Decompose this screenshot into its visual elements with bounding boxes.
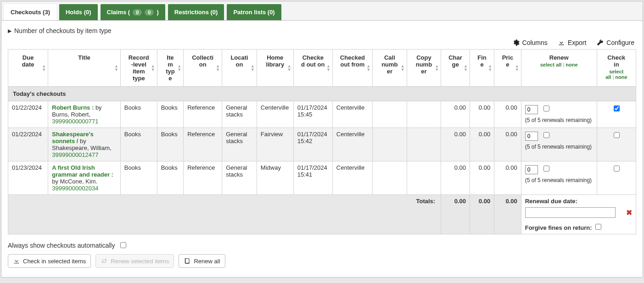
cell-item-type: Books [157, 161, 183, 195]
tab-label: Patron lists (0) [233, 9, 274, 16]
sort-icon: ▲▼ [151, 64, 155, 72]
cell-call-number [373, 161, 407, 195]
col-call-number[interactable]: Call number▲▼ [373, 50, 407, 87]
barcode-link[interactable]: 39999000002034 [52, 185, 98, 192]
title-link[interactable]: Shakespeare's sonnets / [52, 131, 94, 144]
accordion-item-type-counts[interactable]: ▶ Number of checkouts by item type [1, 25, 643, 39]
renew-select-all[interactable]: select all [540, 62, 561, 67]
col-charge[interactable]: Charge▲▼ [441, 50, 470, 87]
forgive-fines-label: Forgive fines on return: [525, 224, 592, 231]
renew-remaining: (5 of 5 renewals remaining) [525, 144, 593, 150]
check-in-selected-button[interactable]: Check in selected items [8, 254, 91, 268]
cell-copy-number [407, 128, 441, 161]
renew-checkbox[interactable] [543, 132, 549, 138]
always-show-checkbox[interactable] [120, 242, 126, 248]
byline: by McCone, Kim. [52, 178, 97, 185]
renew-count-input[interactable] [525, 105, 538, 114]
configure-button[interactable]: Configure [596, 39, 634, 46]
gear-icon [512, 39, 520, 46]
sort-icon: ▲▼ [488, 64, 492, 72]
col-copy-number[interactable]: Copy number▲▼ [407, 50, 441, 87]
renew-select-none[interactable]: none [566, 62, 577, 67]
sort-icon: ▲▼ [287, 64, 291, 72]
renew-count-input[interactable] [525, 165, 538, 174]
configure-label: Configure [606, 39, 634, 46]
barcode-link[interactable]: 39999000000771 [52, 118, 98, 125]
checkouts-panel: ▶ Number of checkouts by item type Colum… [1, 20, 643, 277]
export-button[interactable]: Export [558, 39, 586, 46]
cell-checked-out-from: Centerville [332, 128, 372, 161]
cell-home-library: Midway [257, 161, 293, 195]
tab-checkouts[interactable]: Checkouts (3) [4, 4, 56, 20]
col-record-level-item-type[interactable]: Record-level item type▲▼ [120, 50, 157, 87]
retweet-icon [101, 257, 108, 265]
col-title[interactable]: Title▲▼ [48, 50, 121, 87]
tab-restrictions[interactable]: Restrictions (0) [168, 4, 224, 20]
title-link[interactable]: Robert Burns : [52, 104, 94, 111]
cell-renew: (5 of 5 renewals remaining) [521, 161, 597, 195]
cell-fine: 0.00 [470, 101, 494, 128]
cell-home-library: Fairview [257, 128, 293, 161]
cell-home-library: Centerville [257, 101, 293, 128]
export-label: Export [568, 39, 586, 46]
cell-renew: (5 of 5 renewals remaining) [521, 128, 597, 161]
tab-label: Restrictions (0) [174, 9, 218, 16]
tab-claims[interactable]: Claims ( 0 0 ) [101, 4, 165, 20]
cell-checked-out-on: 01/17/2024 15:45 [293, 101, 332, 128]
cell-due-date: 01/22/2024 [8, 128, 48, 161]
cell-title: Shakespeare's sonnets / by Shakespeare, … [48, 128, 121, 161]
renew-remaining: (5 of 5 renewals remaining) [525, 117, 593, 123]
title-link[interactable]: A first Old Irish grammar and reader : [52, 164, 113, 178]
checkin-select-none[interactable]: none [615, 74, 627, 80]
cell-check-in [597, 161, 636, 195]
cell-checked-out-on: 01/17/2024 15:42 [293, 128, 332, 161]
forgive-fines-checkbox[interactable] [595, 224, 601, 230]
sort-icon: ▲▼ [464, 64, 468, 72]
barcode-link[interactable]: 39999000012477 [52, 151, 98, 158]
checkin-checkbox[interactable] [614, 105, 620, 111]
cell-checked-out-from: Centerville [332, 161, 372, 195]
clear-date-icon[interactable]: ✖ [626, 208, 632, 217]
col-location[interactable]: Location▲▼ [222, 50, 257, 87]
renewal-due-date-input[interactable] [525, 207, 616, 218]
checkin-checkbox[interactable] [614, 132, 620, 138]
col-checked-out-from[interactable]: Checked out from▲▼ [332, 50, 372, 87]
renew-selected-button[interactable]: Renew selected items [95, 254, 174, 268]
col-checked-out-on[interactable]: Checked out on▲▼ [293, 50, 332, 87]
claims-pill-2: 0 [145, 9, 154, 16]
col-due-date[interactable]: Due date▲▼ [8, 50, 48, 87]
tab-label-part: Claims ( [107, 9, 130, 16]
cell-item-type: Books [157, 128, 183, 161]
book-icon [184, 257, 191, 265]
renewal-box-cell: Renewal due date: 📅 ✖ Forgive fines on r… [521, 195, 636, 234]
checkin-checkbox[interactable] [614, 166, 620, 172]
tab-holds[interactable]: Holds (0) [59, 4, 98, 20]
cell-title: A first Old Irish grammar and reader : b… [48, 161, 121, 195]
group-header-row: Today's checkouts [8, 87, 636, 101]
renew-checkbox[interactable] [543, 105, 549, 111]
tab-label: Holds (0) [66, 9, 91, 16]
col-item-type[interactable]: Item type▲▼ [157, 50, 183, 87]
col-label: Price [502, 54, 514, 68]
cell-record-level-item-type: Books [120, 161, 157, 195]
col-collection[interactable]: Collection▲▼ [184, 50, 222, 87]
checkouts-table: Due date▲▼ Title▲▼ Record-level item typ… [8, 49, 636, 234]
renew-all-button[interactable]: Renew all [179, 254, 225, 268]
sort-icon: ▲▼ [42, 64, 46, 72]
col-price[interactable]: Price▲▼ [494, 50, 521, 87]
download-icon [558, 39, 565, 46]
cell-charge: 0.00 [441, 128, 470, 161]
renew-count-input[interactable] [525, 132, 538, 141]
totals-price: 0.00 [494, 195, 521, 234]
cell-collection: Reference [184, 161, 222, 195]
col-label: Collection [192, 54, 213, 68]
col-label: Renew [549, 54, 569, 61]
col-fine[interactable]: Fine▲▼ [470, 50, 494, 87]
cell-location: General stacks [222, 128, 257, 161]
tab-patron-lists[interactable]: Patron lists (0) [227, 4, 281, 20]
col-label: Record-level item type [129, 54, 149, 82]
col-home-library[interactable]: Home library▲▼ [257, 50, 293, 87]
button-label: Renew all [194, 258, 220, 265]
renew-checkbox[interactable] [543, 166, 549, 172]
columns-button[interactable]: Columns [512, 39, 548, 46]
